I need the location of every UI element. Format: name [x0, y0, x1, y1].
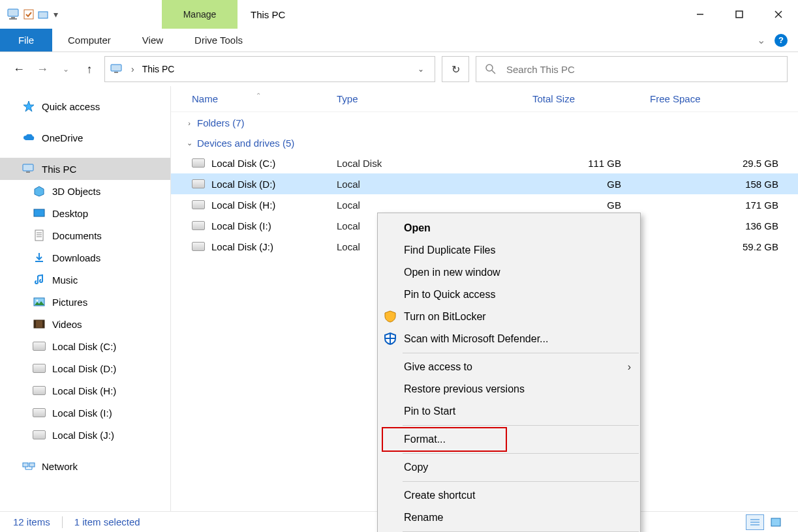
- svg-line-12: [492, 70, 495, 74]
- ctx-defender-scan[interactable]: Scan with Microsoft Defender...: [378, 328, 640, 350]
- ctx-rename[interactable]: Rename: [378, 507, 640, 529]
- sidebar-label: This PC: [42, 164, 76, 175]
- desktop-icon: [33, 207, 46, 220]
- sidebar-label: Local Disk (C:): [52, 341, 116, 352]
- sidebar-downloads[interactable]: Downloads: [0, 246, 170, 269]
- qat-new-folder-icon[interactable]: [37, 8, 50, 21]
- details-view-button[interactable]: [746, 514, 764, 530]
- ctx-open[interactable]: Open: [378, 217, 640, 239]
- menu-separator: [403, 453, 639, 454]
- col-total-size[interactable]: Total Size: [532, 93, 650, 104]
- defender-icon: [383, 332, 397, 346]
- this-pc-icon: [110, 64, 123, 74]
- ctx-create-shortcut[interactable]: Create shortcut: [378, 484, 640, 507]
- file-tab[interactable]: File: [0, 29, 52, 52]
- sidebar-network[interactable]: Network: [0, 455, 170, 477]
- ctx-pin-start[interactable]: Pin to Start: [378, 400, 640, 422]
- thumbnails-view-button[interactable]: [767, 514, 785, 530]
- drive-row[interactable]: Local Disk (D:)LocalGB158 GB: [171, 173, 798, 194]
- minimize-button[interactable]: [681, 0, 720, 29]
- svg-rect-26: [34, 320, 36, 328]
- sidebar-label: OneDrive: [42, 132, 83, 143]
- status-item-count: 12 items: [13, 516, 50, 527]
- drive-icon: [192, 221, 205, 230]
- sort-caret-icon: ⌃: [256, 92, 261, 99]
- tab-drive-tools[interactable]: Drive Tools: [179, 29, 258, 52]
- forward-button[interactable]: →: [34, 61, 51, 78]
- drive-name: Local Disk (J:): [211, 241, 273, 252]
- window-controls: [681, 0, 798, 29]
- ctx-give-access[interactable]: Give access to ›: [378, 356, 640, 378]
- group-drives[interactable]: ⌄ Devices and drives (5): [171, 132, 798, 153]
- help-icon[interactable]: ?: [775, 34, 788, 47]
- sidebar-this-pc[interactable]: This PC: [0, 158, 170, 180]
- sidebar-local-disk-d[interactable]: Local Disk (D:): [0, 357, 170, 379]
- ctx-open-new-window[interactable]: Open in new window: [378, 261, 640, 284]
- drive-name: Local Disk (D:): [211, 179, 275, 190]
- pictures-icon: [33, 295, 46, 308]
- sidebar-quick-access[interactable]: Quick access: [0, 95, 170, 117]
- ctx-restore-previous[interactable]: Restore previous versions: [378, 378, 640, 400]
- sidebar-pictures[interactable]: Pictures: [0, 291, 170, 313]
- ribbon-collapse-icon[interactable]: ⌄: [757, 34, 765, 46]
- svg-rect-17: [34, 209, 44, 216]
- context-tab-manage[interactable]: Manage: [162, 0, 238, 29]
- context-menu: Open Find Duplicate Files Open in new wi…: [377, 213, 641, 532]
- address-dropdown-icon[interactable]: ⌄: [412, 65, 429, 74]
- svg-rect-4: [38, 12, 48, 18]
- ctx-pin-quick-access[interactable]: Pin to Quick access: [378, 284, 640, 306]
- breadcrumb-this-pc[interactable]: This PC: [142, 64, 175, 74]
- 3d-objects-icon: [33, 185, 46, 198]
- drive-icon: [192, 200, 205, 209]
- address-bar[interactable]: › This PC ⌄: [104, 56, 435, 82]
- chevron-down-icon: ⌄: [185, 139, 193, 147]
- drive-icon: [192, 179, 205, 188]
- network-icon: [22, 460, 35, 473]
- qat-customize-icon[interactable]: ▾: [51, 9, 60, 20]
- group-folders[interactable]: › Folders (7): [171, 112, 798, 132]
- sidebar-label: Music: [52, 274, 78, 286]
- drive-icon: [33, 340, 46, 353]
- status-selected-count: 1 item selected: [74, 516, 140, 527]
- sidebar-label: Videos: [52, 319, 82, 330]
- qat-properties-icon[interactable]: [22, 8, 35, 21]
- col-free-space[interactable]: Free Space: [650, 93, 798, 104]
- col-name[interactable]: ⌃Name: [192, 93, 337, 104]
- drive-row[interactable]: Local Disk (C:)Local Disk111 GB29.5 GB: [171, 153, 798, 173]
- sidebar-label: Documents: [52, 230, 102, 241]
- ctx-bitlocker[interactable]: Turn on BitLocker: [378, 306, 640, 328]
- col-type[interactable]: Type: [337, 93, 532, 104]
- sidebar-3d-objects[interactable]: 3D Objects: [0, 180, 170, 202]
- svg-rect-9: [111, 65, 121, 71]
- sidebar-local-disk-h[interactable]: Local Disk (H:): [0, 379, 170, 402]
- up-button[interactable]: ↑: [81, 61, 98, 78]
- svg-rect-27: [42, 320, 44, 328]
- tab-computer[interactable]: Computer: [52, 29, 127, 52]
- maximize-button[interactable]: [720, 0, 759, 29]
- chevron-right-icon[interactable]: ›: [129, 64, 137, 74]
- search-input[interactable]: [505, 63, 778, 76]
- ctx-copy[interactable]: Copy: [378, 456, 640, 479]
- drive-free: 136 GB: [650, 220, 798, 231]
- sidebar-videos[interactable]: Videos: [0, 313, 170, 335]
- back-button[interactable]: ←: [10, 61, 27, 78]
- svg-marker-16: [35, 186, 44, 196]
- search-icon: [485, 64, 496, 74]
- sidebar-local-disk-i[interactable]: Local Disk (I:): [0, 402, 170, 424]
- close-button[interactable]: [759, 0, 798, 29]
- refresh-button[interactable]: ↻: [442, 56, 469, 82]
- search-box[interactable]: [476, 56, 788, 82]
- recent-locations-icon[interactable]: ⌄: [57, 61, 74, 78]
- svg-rect-28: [23, 463, 28, 467]
- tab-view[interactable]: View: [127, 29, 179, 52]
- sidebar-local-disk-c[interactable]: Local Disk (C:): [0, 335, 170, 357]
- sidebar-local-disk-j[interactable]: Local Disk (J:): [0, 424, 170, 446]
- sidebar-desktop[interactable]: Desktop: [0, 202, 170, 224]
- ctx-format[interactable]: Format...: [378, 428, 640, 451]
- sidebar-documents[interactable]: Documents: [0, 224, 170, 246]
- drive-name: Local Disk (C:): [211, 158, 275, 169]
- sidebar-onedrive[interactable]: OneDrive: [0, 126, 170, 149]
- ctx-find-duplicates[interactable]: Find Duplicate Files: [378, 239, 640, 261]
- sidebar-music[interactable]: Music: [0, 269, 170, 291]
- sidebar-label: 3D Objects: [52, 186, 100, 197]
